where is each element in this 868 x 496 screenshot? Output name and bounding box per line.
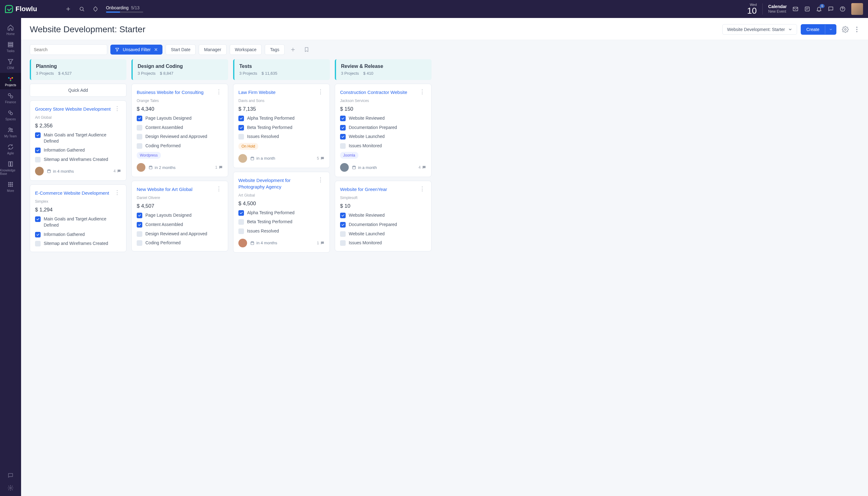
task-row[interactable]: Page Layouts Designed xyxy=(137,115,223,122)
task-row[interactable]: Information Gathered xyxy=(35,232,121,238)
card-title[interactable]: Law Firm Website xyxy=(238,89,276,95)
comment-count[interactable]: 5 xyxy=(317,156,325,160)
task-row[interactable]: Website Reviewed xyxy=(340,115,426,122)
sidebar-item-my-team[interactable]: My Team xyxy=(0,124,21,140)
card-menu-icon[interactable]: ⋮ xyxy=(316,177,325,183)
task-row[interactable]: Issues Monitored xyxy=(340,143,426,149)
chip-workspace[interactable]: Workspace xyxy=(230,44,262,55)
plus-icon[interactable] xyxy=(65,6,71,12)
checkbox[interactable] xyxy=(35,216,41,222)
assignee-avatar[interactable] xyxy=(238,239,247,247)
card-title[interactable]: Construction Contractor Website xyxy=(340,89,407,95)
checkbox[interactable] xyxy=(35,133,41,138)
date-widget[interactable]: Wed 10 xyxy=(747,3,757,15)
task-row[interactable]: Page Layouts Designed xyxy=(137,212,223,219)
checkbox[interactable] xyxy=(35,232,41,237)
checkbox[interactable] xyxy=(238,125,244,130)
checkbox[interactable] xyxy=(137,143,142,149)
help-icon[interactable] xyxy=(839,6,846,12)
close-icon[interactable] xyxy=(154,47,158,52)
task-row[interactable]: Website Launched xyxy=(340,134,426,140)
checkbox[interactable] xyxy=(238,219,244,225)
chip-tags[interactable]: Tags xyxy=(265,44,284,55)
tag[interactable]: Joomla xyxy=(340,152,358,159)
card-menu-icon[interactable]: ⋮ xyxy=(215,89,223,95)
create-dropdown-arrow[interactable] xyxy=(825,25,836,34)
card-title[interactable]: Website Development for Photography Agen… xyxy=(238,177,316,190)
chip-manager[interactable]: Manager xyxy=(199,44,226,55)
project-card[interactable]: Website for GreenYear⋮ Simplesoft $ 10 W… xyxy=(335,181,432,251)
assignee-avatar[interactable] xyxy=(238,154,247,163)
checkbox[interactable] xyxy=(137,115,142,121)
settings-icon[interactable] xyxy=(7,485,14,491)
project-card[interactable]: Website Development for Photography Agen… xyxy=(233,172,330,253)
card-title[interactable]: Business Website for Consulting xyxy=(137,89,204,95)
card-menu-icon[interactable]: ⋮ xyxy=(418,89,426,95)
task-row[interactable]: Website Reviewed xyxy=(340,212,426,219)
card-menu-icon[interactable]: ⋮ xyxy=(113,190,121,195)
assignee-avatar[interactable] xyxy=(340,163,349,172)
checkbox[interactable] xyxy=(238,115,244,121)
task-row[interactable]: Issues Resolved xyxy=(238,134,325,140)
card-title[interactable]: Grocery Store Website Development xyxy=(35,106,111,112)
checkbox[interactable] xyxy=(137,240,142,246)
checkbox[interactable] xyxy=(35,148,41,153)
checkbox[interactable] xyxy=(238,134,244,140)
task-row[interactable]: Design Reviewed and Approved xyxy=(137,231,223,237)
assignee-avatar[interactable] xyxy=(35,167,44,175)
project-card[interactable]: Construction Contractor Website⋮ Jackson… xyxy=(335,84,432,177)
task-row[interactable]: Documentation Prepared xyxy=(340,222,426,228)
comment-count[interactable]: 4 xyxy=(113,169,121,173)
sidebar-item-home[interactable]: Home xyxy=(0,22,21,38)
search-input[interactable] xyxy=(30,44,107,55)
checkbox[interactable] xyxy=(35,157,41,162)
onboarding-widget[interactable]: Onboarding 5/13 xyxy=(106,5,143,13)
notes-icon[interactable] xyxy=(804,6,810,12)
pin-icon[interactable] xyxy=(92,6,98,12)
comment-count[interactable]: 4 xyxy=(418,165,426,170)
user-avatar[interactable] xyxy=(851,3,863,15)
chip-start-date[interactable]: Start Date xyxy=(166,44,196,55)
card-title[interactable]: Website for GreenYear xyxy=(340,186,387,192)
tag[interactable]: Wordpress xyxy=(137,152,161,159)
bookmark-icon[interactable] xyxy=(301,44,312,55)
task-row[interactable]: Sitemap and Wireframes Created xyxy=(35,241,121,247)
sidebar-item-knowledge-base[interactable]: Knowledge Base xyxy=(0,158,21,178)
checkbox[interactable] xyxy=(340,222,346,228)
checkbox[interactable] xyxy=(340,240,346,246)
checkbox[interactable] xyxy=(137,125,142,130)
task-row[interactable]: Issues Monitored xyxy=(340,240,426,246)
quick-add-button[interactable]: Quick Add xyxy=(30,84,126,97)
task-row[interactable]: Content Assembled xyxy=(137,222,223,228)
card-menu-icon[interactable]: ⋮ xyxy=(215,186,223,191)
project-card[interactable]: E-Commerce Website Development⋮ Simplex … xyxy=(30,184,126,252)
task-row[interactable]: Alpha Testing Performed xyxy=(238,210,325,216)
card-title[interactable]: New Website for Art Global xyxy=(137,186,192,192)
project-card[interactable]: Grocery Store Website Development⋮ Art G… xyxy=(30,100,126,181)
more-icon[interactable] xyxy=(854,25,859,34)
task-row[interactable]: Issues Resolved xyxy=(238,228,325,234)
sidebar-item-more[interactable]: More xyxy=(0,179,21,195)
task-row[interactable]: Beta Testing Performed xyxy=(238,125,325,131)
workflow-selector[interactable]: Website Development: Starter xyxy=(722,24,797,35)
checkbox[interactable] xyxy=(340,213,346,218)
checkbox[interactable] xyxy=(238,229,244,234)
calendar-widget[interactable]: Calendar New Event xyxy=(768,4,787,14)
checkbox[interactable] xyxy=(340,125,346,130)
task-row[interactable]: Main Goals and Target Audience Defined xyxy=(35,132,121,144)
create-button[interactable]: Create xyxy=(801,24,836,35)
bell-icon[interactable]: 6 xyxy=(816,6,822,12)
filter-pill[interactable]: Unsaved Filter xyxy=(110,45,162,55)
checkbox[interactable] xyxy=(238,210,244,216)
project-card[interactable]: Law Firm Website⋮ Davis and Sons $ 7,135… xyxy=(233,84,330,168)
checkbox[interactable] xyxy=(340,231,346,237)
checkbox[interactable] xyxy=(340,143,346,149)
card-title[interactable]: E-Commerce Website Development xyxy=(35,190,109,196)
card-menu-icon[interactable]: ⋮ xyxy=(418,186,426,191)
assignee-avatar[interactable] xyxy=(137,163,145,172)
task-row[interactable]: Beta Testing Performed xyxy=(238,219,325,225)
mail-icon[interactable] xyxy=(792,6,799,12)
card-menu-icon[interactable]: ⋮ xyxy=(113,106,121,111)
project-card[interactable]: Business Website for Consulting⋮ Orange … xyxy=(131,84,228,177)
comment-count[interactable]: 1 xyxy=(215,165,223,170)
